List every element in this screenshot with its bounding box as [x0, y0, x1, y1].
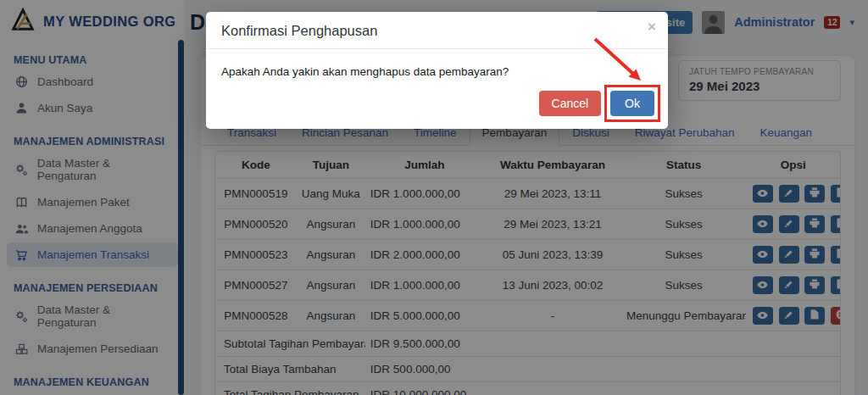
modal-footer: Cancel Ok	[206, 83, 668, 129]
app-window: MY WEDDING ORGAN MENU UTAMA Dashboard Ak…	[0, 0, 868, 395]
close-icon[interactable]: ×	[648, 19, 656, 34]
confirmation-dialog: Konfirmasi Penghapusan × Apakah Anda yak…	[206, 12, 668, 129]
ok-button[interactable]: Ok	[610, 91, 654, 116]
modal-header: Konfirmasi Penghapusan ×	[206, 12, 668, 49]
modal-title: Konfirmasi Penghapusan	[221, 23, 377, 38]
modal-message: Apakah Anda yakin akan menghapus data pe…	[206, 49, 668, 83]
cancel-button[interactable]: Cancel	[539, 91, 602, 116]
